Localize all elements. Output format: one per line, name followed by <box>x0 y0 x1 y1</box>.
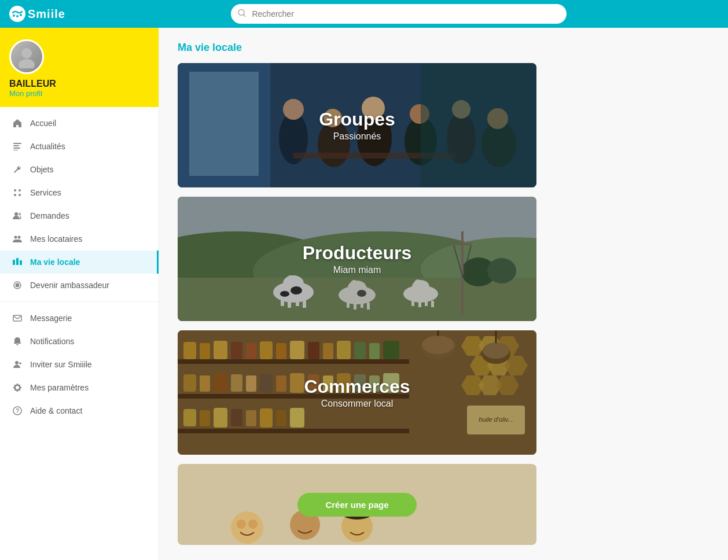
sidebar-item-mes-locataires[interactable]: Mes locataires <box>0 227 159 250</box>
card-title-groupes: Groupes <box>319 109 395 130</box>
card-title-commerces: Commerces <box>304 376 410 397</box>
card-text-producteurs: Producteurs Miam miam <box>303 242 411 275</box>
svg-point-23 <box>16 283 20 288</box>
svg-point-6 <box>19 59 35 68</box>
sidebar-item-demandes[interactable]: Demandes <box>0 204 159 227</box>
gear-icon <box>12 382 23 393</box>
card-subtitle-producteurs: Miam miam <box>303 265 411 275</box>
card-title-producteurs: Producteurs <box>303 242 411 264</box>
person-add-icon <box>12 359 23 370</box>
svg-line-4 <box>244 15 245 17</box>
sidebar-nav: Accueil Actualités Objets Services <box>0 107 159 427</box>
sidebar-label-demandes: Demandes <box>30 211 69 220</box>
profile-link[interactable]: Mon profil <box>9 89 149 98</box>
svg-rect-19 <box>13 260 15 265</box>
help-icon: ? <box>12 405 23 417</box>
svg-point-18 <box>18 236 21 239</box>
svg-point-12 <box>19 189 21 191</box>
svg-rect-8 <box>13 145 19 146</box>
svg-point-1 <box>16 15 19 17</box>
card-groupes[interactable]: Groupes Passionnés <box>178 63 536 187</box>
bell-icon <box>12 336 23 347</box>
avatar <box>9 39 44 74</box>
svg-rect-20 <box>16 258 19 265</box>
search-input[interactable] <box>231 4 567 24</box>
profile-name: BAILLEUR <box>9 79 149 89</box>
sidebar-label-actualites: Actualités <box>30 142 65 151</box>
sidebar-label-aide: Aide & contact <box>30 406 82 415</box>
sidebar-item-aide[interactable]: ? Aide & contact <box>0 399 159 422</box>
search-icon <box>238 9 246 19</box>
svg-point-17 <box>14 236 17 239</box>
sidebar-item-accueil[interactable]: Accueil <box>0 112 159 135</box>
demandes-icon <box>12 210 23 222</box>
card-text-commerces: Commerces Consommer local <box>304 376 410 409</box>
svg-point-5 <box>21 48 32 58</box>
sidebar-label-ma-vie-locale: Ma vie locale <box>30 257 80 267</box>
sidebar-label-services: Services <box>30 188 61 197</box>
logo-circle <box>9 6 25 22</box>
sidebar-item-actualites[interactable]: Actualités <box>0 135 159 158</box>
sidebar-item-objets[interactable]: Objets <box>0 158 159 181</box>
sidebar-label-notifications: Notifications <box>30 337 74 346</box>
sidebar-item-notifications[interactable]: Notifications <box>0 330 159 353</box>
svg-point-25 <box>15 361 19 364</box>
create-page-button[interactable]: Créer une page <box>297 493 416 517</box>
card-create: Créer une page <box>178 464 536 545</box>
card-commerces[interactable]: huile d'oliv... Commerces Consommer loca… <box>178 330 536 455</box>
svg-point-13 <box>14 194 16 196</box>
sidebar-label-parametres: Mes paramètres <box>30 383 89 392</box>
news-icon <box>12 141 23 152</box>
sidebar-item-parametres[interactable]: Mes paramètres <box>0 376 159 399</box>
services-icon <box>12 187 23 198</box>
svg-point-2 <box>20 14 22 16</box>
svg-point-14 <box>19 194 21 196</box>
card-producteurs[interactable]: Producteurs Miam miam <box>178 197 536 321</box>
svg-point-16 <box>19 213 21 216</box>
card-grid: Groupes Passionnés <box>178 63 709 545</box>
svg-rect-9 <box>13 148 20 149</box>
layout: BAILLEUR Mon profil Accueil Actualités <box>0 28 728 560</box>
sidebar: BAILLEUR Mon profil Accueil Actualités <box>0 28 159 560</box>
sidebar-label-accueil: Accueil <box>30 119 56 128</box>
sidebar-item-inviter[interactable]: Inviter sur Smiiile <box>0 353 159 376</box>
svg-rect-21 <box>20 260 22 265</box>
card-text-groupes: Groupes Passionnés <box>319 109 395 142</box>
badge-icon <box>12 279 23 291</box>
sidebar-label-messagerie: Messagerie <box>30 314 72 323</box>
logo[interactable]: Smiile <box>9 6 65 22</box>
page-title: Ma vie locale <box>178 42 709 54</box>
svg-point-15 <box>14 212 18 216</box>
svg-rect-7 <box>13 143 21 144</box>
wrench-icon <box>12 164 23 175</box>
svg-text:?: ? <box>16 408 19 414</box>
svg-point-0 <box>13 14 15 17</box>
main-content: Ma vie locale <box>159 28 728 560</box>
topbar: Smiile <box>0 0 728 28</box>
map-icon <box>12 256 23 268</box>
svg-rect-10 <box>13 150 18 150</box>
sidebar-label-objets: Objets <box>30 165 53 174</box>
card-subtitle-groupes: Passionnés <box>319 131 395 142</box>
sidebar-item-ma-vie-locale[interactable]: Ma vie locale <box>0 250 159 274</box>
locataires-icon <box>12 233 23 245</box>
mail-icon <box>12 312 23 324</box>
sidebar-label-inviter: Inviter sur Smiiile <box>30 360 92 369</box>
svg-rect-24 <box>13 315 21 321</box>
sidebar-label-mes-locataires: Mes locataires <box>30 234 82 244</box>
card-subtitle-commerces: Consommer local <box>304 399 410 409</box>
sidebar-item-messagerie[interactable]: Messagerie <box>0 307 159 330</box>
svg-point-11 <box>14 189 16 191</box>
sidebar-profile: BAILLEUR Mon profil <box>0 28 159 107</box>
sidebar-item-services[interactable]: Services <box>0 181 159 204</box>
avatar-image <box>11 41 42 72</box>
search-bar <box>231 4 567 24</box>
logo-text: Smiile <box>28 8 65 21</box>
nav-divider <box>0 301 159 302</box>
sidebar-label-devenir-ambassadeur: Devenir ambassadeur <box>30 281 109 290</box>
home-icon <box>12 117 23 129</box>
sidebar-item-devenir-ambassadeur[interactable]: Devenir ambassadeur <box>0 274 159 297</box>
